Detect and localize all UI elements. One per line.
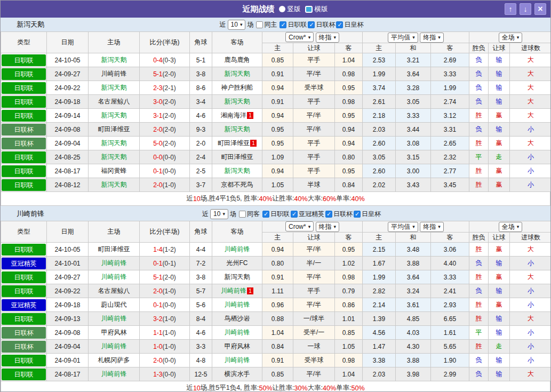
- handicap-away-odds-cell: 0.86: [335, 298, 363, 312]
- home-team-cell: 新泻天鹅: [89, 137, 140, 150]
- recent-count-select[interactable]: 10▾: [210, 209, 228, 219]
- text: 新泻天鹅: [225, 70, 250, 77]
- handicap-result-cell: 赢: [489, 109, 510, 123]
- score-cell: 1-4(1-2): [140, 243, 190, 257]
- handicap-line-cell: 平手: [293, 137, 335, 150]
- text: 2-0: [153, 181, 162, 189]
- match-type-cell: 日职联: [1, 53, 47, 67]
- text: 新泻天鹅: [101, 56, 127, 63]
- recent-count-select[interactable]: 10▾: [228, 20, 246, 30]
- league-checkbox[interactable]: 日职联: [262, 210, 290, 219]
- chevron-down-icon: ▾: [334, 35, 337, 40]
- bookmaker-select[interactable]: Crow*▾: [285, 221, 314, 231]
- league-type-badge: 日职联: [2, 151, 46, 163]
- corner-cell: 5-1: [190, 53, 212, 67]
- same-side-checkbox[interactable]: 同主: [256, 20, 277, 29]
- league-checkbox[interactable]: 亚冠精英: [291, 210, 324, 219]
- score-cell: 0-4(0-3): [140, 53, 190, 67]
- league-checkbox[interactable]: 日皇杯: [336, 20, 363, 29]
- recent-label: 近: [220, 20, 226, 29]
- score-cell: 3-0(2-0): [140, 95, 190, 109]
- col-avg-away: 客: [431, 233, 469, 243]
- league-checkbox[interactable]: 日职联: [280, 20, 307, 29]
- league-checkbox[interactable]: 日联杯: [308, 20, 335, 29]
- league-label: 日联杯: [316, 20, 335, 29]
- text: 新泻天鹅: [101, 84, 127, 91]
- avg-away-odds-cell: 6.65: [431, 312, 469, 326]
- away-team-cell: 新泻天鹅: [212, 95, 262, 109]
- goals-result-cell: 大: [510, 67, 551, 81]
- corner-cell: 3-8: [190, 67, 212, 81]
- text: Crow*: [289, 223, 306, 230]
- avg-home-odds-cell: 4.56: [363, 326, 396, 340]
- text: 甲府风林: [101, 329, 127, 336]
- handicap-away-odds-cell: 0.95: [335, 109, 363, 123]
- handicap-home-odds-cell: 0.95: [262, 137, 293, 150]
- text: 川崎前锋: [101, 259, 127, 267]
- col-avg-home: 主: [363, 43, 396, 53]
- score-cell: 0-0(0-0): [140, 150, 190, 164]
- text: (2-0): [163, 70, 176, 78]
- odds-time-select[interactable]: 终指▾: [316, 222, 340, 232]
- result-cell: 负: [469, 53, 489, 67]
- titlebar: 近期战绩 竖版 横版 ↑ ↓ ×: [1, 1, 550, 18]
- average-select[interactable]: 平均值▾: [388, 222, 418, 232]
- same-side-label: 同主: [264, 20, 277, 29]
- scope-select[interactable]: 全场▾: [499, 33, 523, 43]
- move-up-button[interactable]: ↑: [505, 3, 516, 15]
- result-cell: 负: [469, 367, 489, 381]
- score-cell: 5-1(2-0): [140, 67, 190, 81]
- avg-time-select[interactable]: 终指▾: [420, 33, 444, 43]
- same-side-checkbox[interactable]: 同客: [239, 210, 260, 219]
- scope-select[interactable]: 全场▾: [499, 222, 523, 232]
- text: (1-0): [163, 329, 176, 337]
- text: 新泻天鹅: [225, 273, 250, 281]
- layout-vertical-radio[interactable]: 竖版: [279, 5, 301, 14]
- text: 町田泽维亚: [221, 153, 253, 161]
- score-cell: 3-2(1-0): [140, 312, 190, 326]
- handicap-line-cell: 平/半: [293, 367, 335, 381]
- goals-result-cell: 小: [510, 164, 551, 178]
- bookmaker-select[interactable]: Crow*▾: [285, 32, 314, 42]
- handicap-result-cell: 走: [489, 340, 510, 354]
- match-type-cell: 亚冠精英: [1, 298, 47, 312]
- handicap-result-cell: 输: [489, 326, 510, 340]
- text: 名古屋鲸八: [98, 98, 130, 105]
- away-team-cell: 川崎前锋: [212, 298, 262, 312]
- summary-segment: 50%: [259, 385, 273, 392]
- home-team-cell: 川崎前锋: [89, 367, 140, 381]
- close-button[interactable]: ×: [534, 3, 546, 15]
- red-card-badge: 1: [247, 287, 253, 294]
- match-date-cell: 24-09-04: [47, 137, 89, 150]
- summary-segment: 40%: [352, 195, 365, 203]
- col-away: 客场: [212, 32, 262, 53]
- match-date-cell: 24-08-17: [47, 367, 89, 381]
- match-type-cell: 日职联: [1, 150, 47, 164]
- up-arrow-icon: ↑: [509, 5, 513, 13]
- match-row: 日职联24-09-22名古屋鲸八2-0(1-0)5-7川崎前锋11.11平手0.…: [1, 284, 551, 298]
- checkbox-checked-icon: [291, 211, 298, 218]
- checkbox-checked-icon: [262, 211, 269, 218]
- average-group-header: 平均值▾ 终指▾: [363, 221, 469, 233]
- goals-result-cell: 小: [510, 178, 551, 192]
- team-section-0: 新泻天鹅 近 10▾ 场 同主 日职联日联杯日皇杯 类型 日期 主场 比分(半场…: [1, 18, 550, 206]
- goals-result-cell: 小: [510, 257, 551, 270]
- text: 0-1: [153, 301, 162, 309]
- summary-segment: 40%: [294, 195, 308, 203]
- average-select[interactable]: 平均值▾: [388, 33, 418, 43]
- score-cell: 1-1(1-0): [140, 326, 190, 340]
- col-hand-away: 客: [335, 43, 363, 53]
- league-checkbox[interactable]: 日联杯: [325, 210, 353, 219]
- odds-time-select[interactable]: 终指▾: [316, 33, 340, 43]
- text: 2-0: [153, 287, 162, 295]
- league-type-badge: 日职联: [2, 82, 46, 94]
- text: 札幌冈萨多: [98, 356, 130, 364]
- avg-time-select[interactable]: 终指▾: [420, 222, 444, 232]
- move-down-button[interactable]: ↓: [520, 3, 531, 15]
- league-checkbox[interactable]: 日皇杯: [354, 210, 381, 219]
- avg-home-odds-cell: 1.99: [363, 270, 396, 284]
- league-type-badge: 日职联: [2, 369, 46, 380]
- avg-draw-odds-cell: 3.08: [396, 137, 431, 150]
- summary-segment: 10: [193, 385, 201, 392]
- layout-horizontal-radio[interactable]: 横版: [305, 5, 328, 14]
